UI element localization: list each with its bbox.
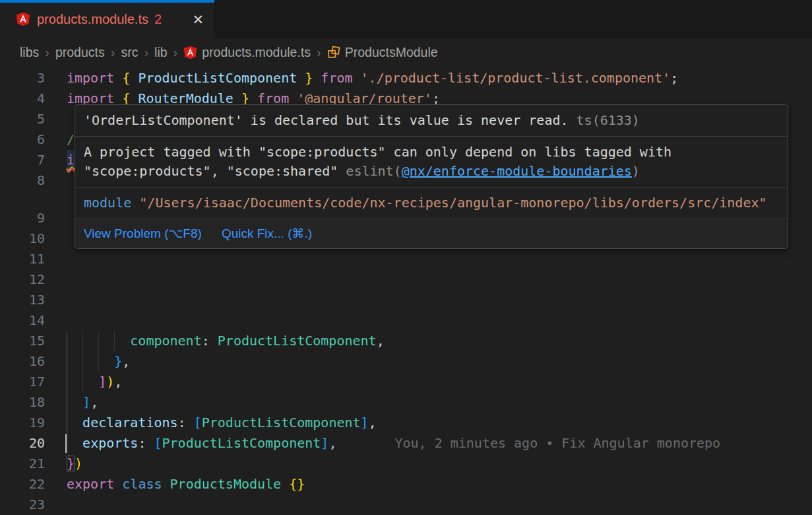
- breadcrumb-separator: ›: [45, 45, 49, 60]
- line-number[interactable]: 21: [0, 454, 45, 474]
- breadcrumb-item-lib[interactable]: lib: [154, 45, 168, 60]
- line-number[interactable]: 4: [0, 88, 45, 109]
- hover-message: A project tagged with "scope:products" c…: [75, 137, 788, 188]
- code-line: 23: [0, 495, 812, 515]
- indent-guide: [82, 331, 83, 351]
- line-number[interactable]: 18: [0, 392, 45, 413]
- code-line: 19 declarations: [ProductListComponent],: [0, 413, 812, 433]
- tab-title: products.module.ts: [37, 12, 148, 27]
- syntax-token: ]: [98, 374, 106, 390]
- syntax-token: [67, 394, 82, 410]
- syntax-token: './product-list/product-list.component': [361, 70, 671, 86]
- syntax-token: {: [122, 70, 138, 86]
- syntax-token: declarations: [82, 415, 178, 430]
- syntax-token: ): [75, 456, 82, 471]
- indent-guide: [67, 392, 67, 413]
- syntax-token: [67, 435, 82, 451]
- hover-message-text: ts(6133): [569, 112, 640, 128]
- hover-message-text: "/Users/isaac/Documents/code/nx-recipes/…: [139, 195, 766, 211]
- line-number[interactable]: 17: [0, 372, 45, 392]
- code-line: 16 },: [0, 351, 812, 372]
- hover-message-text: module: [84, 195, 139, 211]
- line-number[interactable]: 19: [0, 413, 45, 433]
- indent-guide: [67, 372, 67, 392]
- line-number[interactable]: 5: [0, 109, 45, 129]
- line-number[interactable]: 14: [0, 310, 45, 331]
- line-number[interactable]: 20: [0, 433, 45, 454]
- indent-guide: [67, 331, 67, 351]
- syntax-token: ,: [328, 435, 336, 451]
- code-line: 13: [0, 290, 812, 310]
- git-blame-annotation: You, 2 minutes ago • Fix Angular monorep…: [394, 435, 720, 451]
- syntax-token: }: [67, 456, 75, 471]
- tab-products-module[interactable]: products.module.ts 2 ✕: [0, 0, 215, 38]
- syntax-token: ]: [361, 415, 369, 430]
- breadcrumb-item-libs[interactable]: libs: [20, 45, 39, 60]
- close-icon[interactable]: ✕: [191, 11, 205, 28]
- line-number[interactable]: 12: [0, 269, 45, 290]
- view-problem-button[interactable]: View Problem (⌥F8): [84, 225, 202, 242]
- quick-fix-button[interactable]: Quick Fix... (⌘.): [222, 225, 312, 242]
- tab-bar: products.module.ts 2 ✕: [0, 0, 812, 38]
- syntax-token: }: [114, 353, 122, 369]
- indent-guide: [82, 351, 83, 372]
- line-number[interactable]: 11: [0, 249, 45, 269]
- syntax-token: ,: [90, 394, 98, 410]
- hover-message: module "/Users/isaac/Documents/code/nx-r…: [75, 188, 788, 219]
- code-line: 20 exports: [ProductListComponent],You, …: [0, 433, 812, 454]
- code-line-content[interactable]: exports: [ProductListComponent],You, 2 m…: [67, 433, 720, 454]
- code-line: 17 ]),: [0, 372, 812, 392]
- indent-guide: [98, 331, 99, 351]
- code-line: 11: [0, 249, 812, 269]
- breadcrumb-item-productsmodule[interactable]: ProductsModule: [327, 45, 438, 60]
- code-line: 18 ],: [0, 392, 812, 413]
- hover-message-text: ): [632, 163, 640, 179]
- breadcrumb-item-products[interactable]: products: [55, 45, 105, 60]
- indent-guide: [67, 351, 67, 372]
- code-line-content[interactable]: },: [67, 351, 130, 372]
- code-line: 3import { ProductListComponent } from '.…: [0, 68, 812, 88]
- line-number[interactable]: 16: [0, 351, 45, 372]
- syntax-token: {}: [289, 476, 305, 492]
- code-line-content[interactable]: ],: [67, 392, 98, 413]
- line-number[interactable]: 15: [0, 331, 45, 351]
- code-line: 22export class ProductsModule {}: [0, 474, 812, 495]
- line-number[interactable]: 10: [0, 228, 45, 249]
- code-line-content[interactable]: declarations: [ProductListComponent],: [67, 413, 377, 433]
- indent-guide: [67, 433, 67, 454]
- breadcrumb: libs›products›src›lib›products.module.ts…: [0, 38, 812, 66]
- indent-guide: [67, 413, 67, 433]
- hover-message-text: 'OrderListComponent' is declared but its…: [84, 112, 569, 128]
- line-number[interactable]: 22: [0, 474, 45, 495]
- breadcrumb-label: src: [121, 45, 138, 60]
- line-number[interactable]: 13: [0, 290, 45, 310]
- syntax-token: ProductListComponent: [162, 435, 321, 451]
- syntax-token: [67, 353, 114, 369]
- code-line-content[interactable]: }): [67, 454, 82, 474]
- code-line-content[interactable]: import { ProductListComponent } from './…: [67, 68, 678, 88]
- code-line-content[interactable]: component: ProductListComponent,: [67, 331, 385, 351]
- syntax-token: ]: [82, 394, 90, 410]
- breadcrumb-item-products-module-ts[interactable]: products.module.ts: [183, 45, 311, 60]
- syntax-token: ,: [377, 333, 385, 349]
- breadcrumb-separator: ›: [144, 45, 148, 60]
- line-number[interactable]: 6: [0, 129, 45, 150]
- line-number[interactable]: 8: [0, 170, 45, 191]
- syntax-token: from: [321, 70, 360, 86]
- breadcrumb-label: lib: [154, 45, 168, 60]
- eslint-rule-link[interactable]: @nx/enforce-module-boundaries: [402, 163, 632, 179]
- code-line: 14: [0, 310, 812, 331]
- syntax-token: ,: [122, 353, 130, 369]
- line-number[interactable]: 9: [0, 208, 45, 228]
- syntax-token: [: [154, 435, 162, 451]
- line-number[interactable]: 3: [0, 68, 45, 88]
- line-number[interactable]: 23: [0, 495, 45, 515]
- breadcrumb-separator: ›: [173, 45, 178, 60]
- syntax-token: }: [297, 70, 321, 86]
- line-number[interactable]: 7: [0, 150, 45, 170]
- code-line-content[interactable]: export class ProductsModule {}: [67, 474, 305, 495]
- indent-guide: [82, 372, 83, 392]
- breadcrumb-item-src[interactable]: src: [121, 45, 138, 60]
- code-line-content[interactable]: ]),: [67, 372, 122, 392]
- breadcrumb-label: products.module.ts: [202, 45, 311, 60]
